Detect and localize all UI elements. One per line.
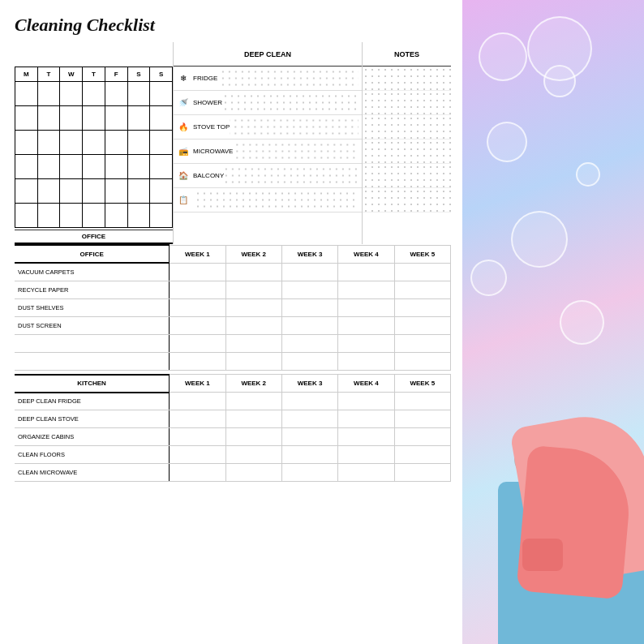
office-item-name: DUST SHELVES [15, 298, 170, 316]
office-week-cell[interactable] [170, 316, 225, 334]
office-week-cell[interactable] [338, 298, 394, 316]
office-week-cell[interactable] [338, 334, 394, 352]
office-row [15, 352, 451, 370]
bubble-7 [470, 260, 507, 296]
notes-row-4 [363, 140, 451, 164]
kitchen-week-cell[interactable] [338, 428, 394, 446]
kitchen-week-cell[interactable] [338, 410, 394, 428]
kitchen-week-cell[interactable] [170, 446, 225, 464]
office-week-cell[interactable] [281, 298, 337, 316]
kitchen-week-cell[interactable] [394, 446, 450, 464]
clean-item-stovetop: 🔥 STOVE TOP [174, 115, 362, 140]
office-week-cell[interactable] [225, 263, 281, 281]
office-week-cell[interactable] [394, 334, 450, 352]
office-week-cell[interactable] [225, 281, 281, 298]
page-container: Cleaning Checklist M T W T F S S [0, 0, 644, 644]
kitchen-row: DEEP CLEAN FRIDGE [15, 393, 451, 410]
office-row: VACUUM CARPETS [15, 263, 451, 281]
fridge-icon: ❄ [177, 72, 190, 85]
office-week-cell[interactable] [338, 281, 394, 298]
clean-item-balcony: 🏠 BALCONY [174, 164, 362, 188]
office-week-cell[interactable] [225, 316, 281, 334]
notes-row-3 [363, 115, 451, 140]
shower-icon: 🚿 [177, 97, 190, 109]
notes-section: NOTES [362, 42, 451, 244]
office-week-cell[interactable] [170, 352, 225, 370]
bubble-1 [479, 32, 527, 81]
office-week-cell[interactable] [394, 281, 450, 298]
notes-header: NOTES [363, 42, 451, 67]
kitchen-week1-header: WEEK 1 [170, 375, 225, 393]
office-week1-header: WEEK 1 [170, 245, 225, 263]
office-item-name: RECYCLE PAPER [15, 281, 170, 298]
kitchen-week-cell[interactable] [170, 393, 225, 410]
kitchen-item-name: CLEAN MICROWAVE [15, 464, 170, 482]
kitchen-week-cell[interactable] [338, 464, 394, 482]
kitchen-week-cell[interactable] [281, 410, 337, 428]
kitchen-week-cell[interactable] [338, 446, 394, 464]
kitchen-week-cell[interactable] [338, 393, 394, 410]
kitchen-week-cell[interactable] [394, 410, 450, 428]
balcony-icon: 🏠 [177, 170, 190, 182]
office-week-cell[interactable] [170, 263, 225, 281]
clean-item-extra: 📋 [174, 188, 362, 213]
kitchen-item-name: CLEAN FLOORS [15, 446, 170, 464]
office-section-label: OFFICE [15, 245, 170, 263]
kitchen-week-cell[interactable] [225, 464, 281, 482]
kitchen-week-cell[interactable] [394, 464, 450, 482]
office-week-cell[interactable] [225, 334, 281, 352]
office-week-cell[interactable] [338, 316, 394, 334]
office-week-cell[interactable] [338, 352, 394, 370]
kitchen-week-cell[interactable] [170, 428, 225, 446]
kitchen-week3-header: WEEK 3 [281, 375, 337, 393]
kitchen-week-cell[interactable] [394, 428, 450, 446]
kitchen-week-cell[interactable] [281, 446, 337, 464]
office-week-cell[interactable] [170, 281, 225, 298]
kitchen-item-name: DEEP CLEAN FRIDGE [15, 393, 170, 410]
bubble-5 [576, 162, 600, 187]
checklist-document: Cleaning Checklist M T W T F S S [0, 0, 462, 644]
deep-clean-section: DEEP CLEAN ❄ FRIDGE 🚿 SHOWER 🔥 STOVE TOP [173, 42, 362, 244]
kitchen-week-cell[interactable] [170, 410, 225, 428]
kitchen-week-cell[interactable] [225, 410, 281, 428]
office-weekly-table: OFFICE WEEK 1 WEEK 2 WEEK 3 WEEK 4 WEEK … [15, 244, 451, 371]
office-week5-header: WEEK 5 [394, 245, 450, 263]
office-item-name [15, 352, 170, 370]
office-week-cell[interactable] [281, 352, 337, 370]
office-row: DUST SCREEN [15, 316, 451, 334]
grid-cell[interactable] [15, 82, 38, 106]
kitchen-week-cell[interactable] [225, 446, 281, 464]
office-week-cell[interactable] [394, 316, 450, 334]
office-week-cell[interactable] [225, 298, 281, 316]
kitchen-row: DEEP CLEAN STOVE [15, 410, 451, 428]
kitchen-week-cell[interactable] [281, 428, 337, 446]
office-week3-header: WEEK 3 [281, 245, 337, 263]
day-T: T [38, 67, 61, 82]
kitchen-week-cell[interactable] [394, 393, 450, 410]
office-week-cell[interactable] [281, 334, 337, 352]
office-week-cell[interactable] [394, 352, 450, 370]
office-week-cell[interactable] [394, 298, 450, 316]
kitchen-week-cell[interactable] [281, 464, 337, 482]
kitchen-row: CLEAN MICROWAVE [15, 464, 451, 482]
kitchen-week-cell[interactable] [281, 393, 337, 410]
kitchen-week-cell[interactable] [225, 428, 281, 446]
kitchen-row: ORGANIZE CABINS [15, 428, 451, 446]
office-week-cell[interactable] [338, 263, 394, 281]
top-section: M T W T F S S OFFICE [15, 42, 451, 244]
day-S2: S [150, 67, 173, 82]
office-week-cell[interactable] [394, 263, 450, 281]
deep-clean-header: DEEP CLEAN [174, 42, 362, 67]
clean-item-microwave: 📻 MICROWAVE [174, 140, 362, 164]
sponge-shape [522, 539, 563, 571]
stovetop-label: STOVE TOP [193, 123, 230, 131]
office-week-cell[interactable] [281, 316, 337, 334]
kitchen-week-cell[interactable] [170, 464, 225, 482]
bubble-4 [487, 122, 527, 162]
office-week-cell[interactable] [281, 281, 337, 298]
office-week-cell[interactable] [170, 298, 225, 316]
office-week-cell[interactable] [225, 352, 281, 370]
kitchen-week-cell[interactable] [225, 393, 281, 410]
office-week-cell[interactable] [170, 334, 225, 352]
office-week-cell[interactable] [281, 263, 337, 281]
